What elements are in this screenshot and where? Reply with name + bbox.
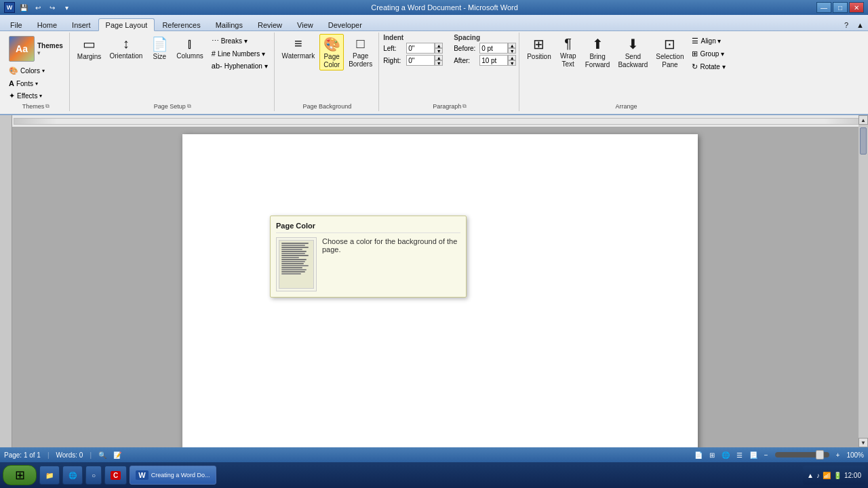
scroll-thumb[interactable] — [860, 127, 867, 155]
tray-arrow-icon[interactable]: ▲ — [807, 472, 814, 479]
themes-expand-btn[interactable]: ⧉ — [45, 103, 50, 110]
after-spacing-down[interactable]: ▼ — [508, 60, 516, 66]
taskbar-c-btn[interactable]: C — [104, 466, 127, 485]
taskbar-word-btn[interactable]: W Creating a Word Do... — [130, 466, 216, 485]
ribbon: Aa Themes ▾ 🎨 Colors ▾ A Fonts ▾ — [0, 31, 868, 115]
zoom-in-btn[interactable]: + — [836, 451, 840, 459]
tab-developer[interactable]: Developer — [321, 18, 370, 30]
colors-label: Colors — [20, 67, 40, 75]
themes-button[interactable]: Aa Themes ▾ — [5, 34, 66, 64]
start-button[interactable]: ⊞ — [3, 465, 37, 485]
after-spacing-up[interactable]: ▲ — [508, 55, 516, 60]
taskbar-search-btn[interactable]: ○ — [85, 466, 102, 485]
themes-arrow: ▾ — [37, 49, 63, 56]
customize-quick-btn[interactable]: ▾ — [60, 2, 73, 13]
maximize-btn[interactable]: □ — [833, 2, 848, 13]
right-indent-down[interactable]: ▼ — [435, 60, 443, 66]
right-indent-input[interactable] — [406, 55, 435, 66]
size-button[interactable]: 📄 Size — [147, 34, 172, 62]
position-label: Position — [527, 53, 551, 60]
zoom-slider[interactable] — [775, 452, 829, 458]
track-changes-icon: 🔍 — [98, 451, 106, 459]
draft-view-btn[interactable]: 📃 — [749, 451, 757, 459]
full-screen-btn[interactable]: ⊞ — [709, 451, 715, 459]
fonts-icon: A — [9, 79, 14, 87]
watermark-button[interactable]: ≡ Watermark — [279, 34, 319, 62]
tab-file[interactable]: File — [3, 18, 30, 30]
before-spacing-up[interactable]: ▲ — [508, 43, 516, 48]
send-backward-label: Send — [625, 53, 641, 60]
rotate-icon: ↻ — [692, 62, 698, 71]
breaks-icon: ⋯ — [212, 37, 219, 45]
tab-mailings[interactable]: Mailings — [208, 18, 250, 30]
margins-label: Margins — [77, 53, 102, 60]
print-layout-btn[interactable]: 📄 — [694, 451, 703, 459]
browser-icon: 🌐 — [68, 472, 77, 479]
page-color-tooltip: Page Color — [270, 216, 467, 298]
web-layout-btn[interactable]: 🌐 — [722, 451, 730, 459]
tab-references[interactable]: References — [155, 18, 208, 30]
tab-view[interactable]: View — [290, 18, 321, 30]
clock: 12:00 — [844, 472, 861, 479]
wrap-text-button[interactable]: ¶ Wrap Text — [556, 34, 580, 70]
rotate-button[interactable]: ↻ Rotate ▾ — [688, 61, 728, 73]
zoom-slider-thumb[interactable] — [816, 450, 824, 460]
tab-insert[interactable]: Insert — [64, 18, 98, 30]
left-indent-up[interactable]: ▲ — [435, 43, 443, 48]
scroll-up-btn[interactable]: ▲ — [859, 115, 868, 125]
effects-icon: ✦ — [9, 92, 15, 100]
taskbar-browser-btn[interactable]: 🌐 — [62, 466, 83, 485]
vertical-scrollbar[interactable]: ▲ ▼ — [859, 115, 868, 447]
outline-view-btn[interactable]: ☰ — [736, 451, 743, 459]
before-spacing-down[interactable]: ▼ — [508, 48, 516, 54]
tab-review[interactable]: Review — [250, 18, 290, 30]
page-color-button[interactable]: 🎨 Page Color — [319, 34, 344, 70]
page-container[interactable]: Page Color — [12, 127, 868, 447]
bring-forward-button[interactable]: ⬆ Bring Forward — [582, 34, 614, 70]
page-setup-group-label: Page Setup ⧉ — [74, 102, 271, 110]
group-label: Group ▾ — [700, 50, 724, 58]
before-spacing-input[interactable] — [479, 43, 508, 54]
effects-button[interactable]: ✦ Effects ▾ — [5, 90, 45, 102]
send-backward-button[interactable]: ⬇ Send Backward — [614, 34, 651, 70]
undo-quick-btn[interactable]: ↩ — [32, 2, 44, 13]
paragraph-expand-btn[interactable]: ⧉ — [462, 103, 467, 110]
window-title: Creating a Word Document - Microsoft Wor… — [73, 3, 816, 12]
save-quick-btn[interactable]: 💾 — [18, 2, 30, 13]
ribbon-collapse-btn[interactable]: ▲ — [852, 20, 868, 30]
margins-button[interactable]: ▭ Margins — [74, 34, 105, 62]
page-borders-label: Page — [353, 52, 368, 60]
columns-button[interactable]: ⫿ Columns — [173, 34, 206, 62]
themes-icon: Aa — [9, 36, 35, 62]
taskbar-explorer-btn[interactable]: 📁 — [39, 466, 60, 485]
breaks-label: Breaks ▾ — [221, 37, 248, 45]
position-button[interactable]: ⊞ Position — [524, 34, 555, 62]
left-indent-down[interactable]: ▼ — [435, 48, 443, 54]
after-spacing-input[interactable] — [479, 55, 508, 66]
zoom-out-btn[interactable]: − — [764, 451, 768, 459]
minimize-btn[interactable]: — — [816, 2, 831, 13]
line-numbers-button[interactable]: # Line Numbers ▾ — [208, 48, 271, 59]
after-spacing-label: After: — [454, 57, 478, 64]
selection-pane-button[interactable]: ⊡ Selection Pane — [652, 34, 687, 70]
right-indent-up[interactable]: ▲ — [435, 55, 443, 60]
tab-home[interactable]: Home — [30, 18, 64, 30]
colors-button[interactable]: 🎨 Colors ▾ — [5, 65, 48, 77]
selection-pane-icon: ⊡ — [664, 36, 675, 52]
tab-page-layout[interactable]: Page Layout — [98, 18, 155, 31]
group-button[interactable]: ⊞ Group ▾ — [688, 48, 728, 60]
page-setup-expand-btn[interactable]: ⧉ — [187, 103, 191, 110]
help-btn[interactable]: ? — [840, 20, 852, 30]
start-logo-icon: ⊞ — [15, 468, 25, 483]
hyphenation-button[interactable]: ab- Hyphenation ▾ — [208, 60, 271, 71]
align-button[interactable]: ☰ Align ▾ — [688, 35, 728, 47]
breaks-button[interactable]: ⋯ Breaks ▾ — [208, 35, 271, 47]
fonts-button[interactable]: A Fonts ▾ — [5, 78, 41, 89]
scroll-down-btn[interactable]: ▼ — [859, 438, 868, 447]
redo-quick-btn[interactable]: ↪ — [46, 2, 58, 13]
close-btn[interactable]: ✕ — [849, 2, 864, 13]
left-ruler — [0, 115, 12, 447]
orientation-button[interactable]: ↕ Orientation — [106, 34, 146, 62]
left-indent-input[interactable] — [406, 43, 435, 54]
page-borders-button[interactable]: □ Page Borders — [345, 34, 376, 70]
